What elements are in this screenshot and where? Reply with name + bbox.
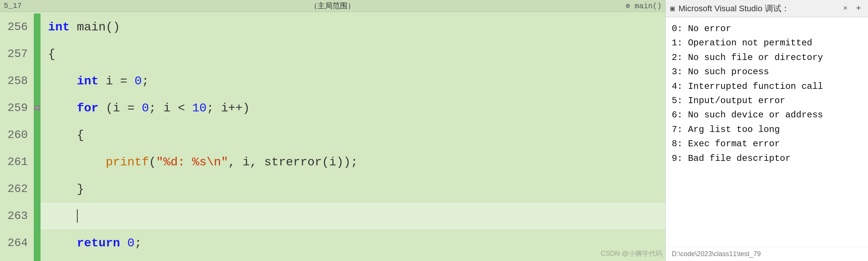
line-number: 263 [0,202,34,230]
code-token: i = [98,74,134,88]
line-gutter [34,202,41,230]
top-bar-center: （主局范围） [223,1,442,11]
line-number: 256 [0,14,34,40]
line-content[interactable]: for (i = 0; i < 10; i++) [41,94,665,122]
code-token: 10 [192,101,206,115]
line-number: 260 [0,122,34,148]
list-item: 4: Interrupted function call [672,80,862,94]
code-lines: 256int main()257{258 int i = 0;259− for … [0,12,665,261]
list-item: 2: No such file or directory [672,51,862,65]
code-token: 0 [142,101,149,115]
line-content[interactable]: } [41,176,665,202]
code-token [48,155,106,169]
code-token [48,236,77,250]
debug-close-button[interactable]: × [841,3,850,14]
code-token: { [48,47,55,61]
code-token [48,209,77,223]
line-gutter [34,14,41,40]
code-token: (i = [98,101,141,115]
list-item: 9: Bad file descriptor [672,152,862,166]
code-token: printf [106,155,149,169]
text-cursor [77,209,78,223]
code-token: 0 [134,74,141,88]
table-row: 263 [0,202,665,230]
line-content[interactable]: } [41,256,665,261]
list-item: 1: Operation not permitted [672,36,862,50]
code-token [48,101,77,115]
table-row: 259− for (i = 0; i < 10; i++) [0,94,665,122]
debug-footer: D:\code\2023\class11\test_79 [666,247,868,261]
code-token: ; i < [149,101,192,115]
line-content[interactable]: return 0; [41,230,665,256]
debug-add-button[interactable]: + [854,3,863,14]
debug-panel: ▣ Microsoft Visual Studio 调试： × + 0: No … [665,0,868,261]
line-number: 265 [0,256,34,261]
line-number: 259 [0,94,34,122]
code-token: int [77,74,99,88]
line-content[interactable]: printf("%d: %s\n", i, strerror(i)); [41,148,665,176]
line-content[interactable]: int main() [41,14,665,40]
code-token [120,236,127,250]
code-token: "%d: %s\n" [156,155,228,169]
list-item: 7: Arg list too long [672,123,862,137]
top-bar: 5_17 （主局范围） ⊕ main() [0,0,665,12]
fold-indicator[interactable]: − [35,105,40,111]
list-item: 8: Exec format error [672,137,862,151]
line-number: 262 [0,176,34,202]
table-row: 260 { [0,122,665,148]
line-gutter [34,68,41,94]
line-gutter [34,40,41,68]
top-bar-right: ⊕ main() [442,1,662,10]
code-token: return [77,236,120,250]
code-token: ; i++) [206,101,250,115]
line-gutter [34,176,41,202]
table-row: 264 return 0; [0,230,665,256]
debug-title: Microsoft Visual Studio 调试： [678,3,837,14]
code-token: main() [70,20,120,34]
table-row: 256int main() [0,14,665,40]
table-row: 257{ [0,40,665,68]
line-gutter [34,230,41,256]
line-gutter [34,256,41,261]
watermark: CSDN @小狮学代码 [601,249,662,258]
code-token: ; [134,236,141,250]
main-container: 5_17 （主局范围） ⊕ main() 256int main()257{25… [0,0,868,261]
line-content[interactable]: { [41,122,665,148]
list-item: 5: Input/output error [672,94,862,108]
code-token: int [48,20,70,34]
line-gutter: − [34,94,41,122]
list-item: 0: No error [672,22,862,36]
line-number: 258 [0,68,34,94]
debug-header: ▣ Microsoft Visual Studio 调试： × + [666,0,868,17]
code-token: for [77,101,99,115]
code-token: ; [142,74,149,88]
code-token: 0 [127,236,134,250]
table-row: 262 } [0,176,665,202]
line-number: 257 [0,40,34,68]
list-item: 6: No such device or address [672,108,862,122]
line-content[interactable]: int i = 0; [41,68,665,94]
line-content[interactable] [41,202,665,230]
top-bar-left: 5_17 [4,2,223,10]
line-number: 261 [0,148,34,176]
table-row: 258 int i = 0; [0,68,665,94]
line-gutter [34,122,41,148]
line-content[interactable]: { [41,40,665,68]
table-row: 261 printf("%d: %s\n", i, strerror(i)); [0,148,665,176]
code-token: , i, strerror(i)); [228,155,358,169]
table-row: 265} [0,256,665,261]
code-editor: 5_17 （主局范围） ⊕ main() 256int main()257{25… [0,0,665,261]
code-token: { [48,128,84,142]
code-token [48,74,77,88]
debug-icon: ▣ [670,4,675,13]
debug-content: 0: No error1: Operation not permitted2: … [666,17,868,247]
line-gutter [34,148,41,176]
code-token: } [48,182,84,196]
list-item: 3: No such process [672,65,862,79]
code-token: ( [149,155,156,169]
line-number: 264 [0,230,34,256]
